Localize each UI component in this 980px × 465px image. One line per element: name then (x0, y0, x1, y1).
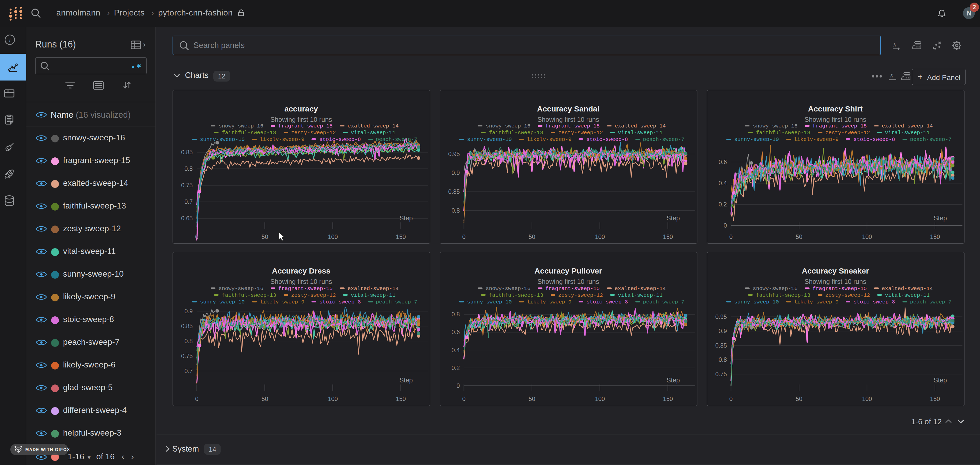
svg-text:Step: Step (667, 376, 679, 384)
svg-text:150: 150 (930, 395, 940, 402)
svg-text:0.9: 0.9 (184, 308, 192, 314)
svg-text:0: 0 (462, 233, 465, 240)
svg-text:150: 150 (930, 233, 940, 240)
svg-text:100: 100 (595, 233, 605, 240)
svg-text:Step: Step (934, 376, 947, 384)
svg-text:50: 50 (528, 395, 535, 402)
svg-text:0.6: 0.6 (451, 329, 460, 335)
svg-text:100: 100 (862, 395, 872, 402)
svg-text:0.7: 0.7 (184, 368, 192, 375)
svg-text:0.75: 0.75 (715, 371, 727, 378)
svg-text:150: 150 (663, 233, 673, 240)
svg-text:0.4: 0.4 (451, 347, 460, 354)
svg-text:0.65: 0.65 (181, 215, 192, 221)
svg-text:x: x (893, 40, 897, 48)
svg-text:0.85: 0.85 (181, 323, 192, 330)
svg-text:0: 0 (729, 233, 733, 240)
svg-text:0: 0 (195, 395, 198, 402)
svg-text:0.7: 0.7 (184, 198, 192, 205)
svg-text:0.8: 0.8 (718, 356, 727, 363)
svg-text:0.4: 0.4 (718, 179, 727, 186)
svg-text:0.95: 0.95 (448, 151, 460, 157)
svg-text:50: 50 (795, 395, 802, 402)
svg-text:150: 150 (396, 233, 406, 240)
svg-text:0.75: 0.75 (181, 353, 192, 359)
svg-text:0.9: 0.9 (718, 328, 727, 335)
svg-text:50: 50 (261, 395, 268, 402)
svg-text:100: 100 (862, 233, 872, 240)
svg-text:0: 0 (723, 222, 727, 229)
svg-text:100: 100 (328, 395, 337, 402)
svg-text:Step: Step (399, 376, 412, 384)
svg-text:100: 100 (328, 233, 337, 240)
svg-text:0.75: 0.75 (181, 182, 192, 188)
svg-text:50: 50 (261, 233, 268, 240)
svg-text:0.8: 0.8 (184, 338, 192, 344)
svg-text:0.95: 0.95 (715, 314, 727, 320)
svg-text:Step: Step (667, 214, 679, 221)
svg-text:x: x (890, 71, 894, 79)
svg-text:0: 0 (456, 382, 460, 389)
svg-text:50: 50 (795, 233, 802, 240)
svg-text:0.2: 0.2 (718, 201, 727, 208)
svg-text:0.6: 0.6 (718, 159, 727, 165)
svg-text:150: 150 (663, 395, 673, 402)
svg-text:0.85: 0.85 (715, 342, 727, 349)
svg-text:0.8: 0.8 (184, 165, 192, 172)
svg-text:0.9: 0.9 (451, 169, 460, 176)
svg-text:0: 0 (462, 395, 465, 402)
svg-text:Step: Step (934, 214, 947, 221)
svg-text:0.8: 0.8 (451, 311, 460, 317)
svg-text:0.85: 0.85 (181, 149, 192, 156)
svg-text:0.85: 0.85 (448, 188, 460, 195)
svg-text:Step: Step (399, 214, 412, 221)
svg-text:150: 150 (396, 395, 406, 402)
svg-text:100: 100 (595, 395, 605, 402)
svg-text:50: 50 (528, 233, 535, 240)
svg-text:0.8: 0.8 (451, 207, 460, 214)
svg-text:0.2: 0.2 (451, 365, 460, 371)
svg-text:i: i (9, 36, 11, 44)
svg-text:0: 0 (729, 395, 733, 402)
